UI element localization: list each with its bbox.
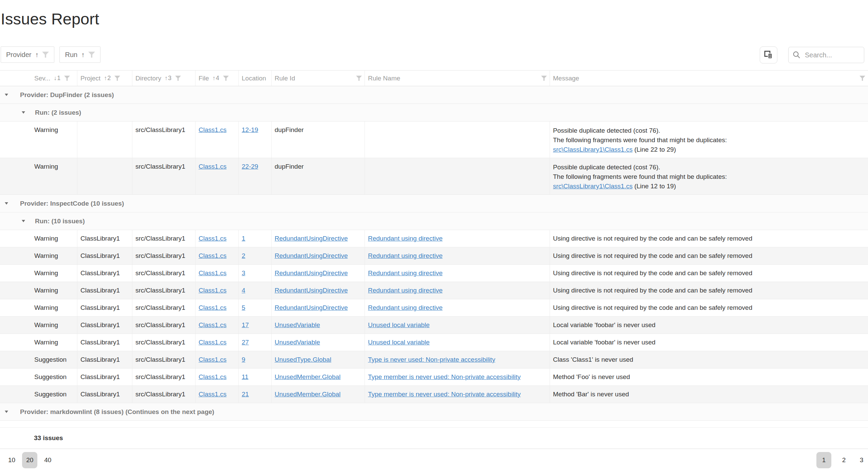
rule-name-link[interactable]: Redundant using directive [368, 304, 443, 311]
group-expand-icon[interactable] [22, 111, 25, 114]
rule-id-link[interactable]: RedundantUsingDirective [275, 235, 348, 242]
header-filter-icon[interactable] [175, 76, 181, 81]
group-expand-icon[interactable] [5, 411, 8, 413]
column-header-directory[interactable]: Directory↑3 [132, 71, 196, 86]
location-link[interactable]: 21 [242, 391, 249, 398]
file-link[interactable]: Class1.cs [199, 269, 226, 277]
group-expand-icon[interactable] [5, 94, 8, 96]
directory-cell: src/ClassLibrary1 [132, 334, 196, 351]
page-size-20[interactable]: 20 [22, 452, 37, 468]
filter-icon[interactable] [88, 52, 95, 58]
location-link[interactable]: 9 [242, 356, 245, 363]
file-link[interactable]: Class1.cs [199, 391, 226, 398]
file-link[interactable]: Class1.cs [199, 321, 226, 328]
rule-name-link[interactable]: Redundant using directive [368, 252, 443, 259]
project-cell: ClassLibrary1 [77, 334, 132, 351]
group-chip-run[interactable]: Run↑ [59, 46, 100, 63]
location-link[interactable]: 4 [242, 287, 245, 294]
rule-id-link[interactable]: UnusedType.Global [275, 356, 331, 363]
rule-name-cell: Type is never used: Non-private accessib… [365, 351, 550, 368]
group-row[interactable]: Run: (2 issues) [0, 104, 868, 121]
column-header-rule-name[interactable]: Rule Name [365, 71, 550, 86]
rule-id-link[interactable]: RedundantUsingDirective [275, 252, 348, 259]
duplicate-file-link[interactable]: src\ClassLibrary1\Class1.cs [553, 183, 632, 190]
duplicate-file-link[interactable]: src\ClassLibrary1\Class1.cs [553, 146, 632, 153]
header-filter-icon[interactable] [223, 76, 229, 81]
group-row[interactable]: Provider: DupFinder (2 issues) [0, 86, 868, 104]
column-header-location[interactable]: Location [239, 71, 272, 86]
rule-id-link[interactable]: RedundantUsingDirective [275, 269, 348, 277]
column-header-sev[interactable]: Sev...↓1 [0, 71, 77, 86]
page-size-10[interactable]: 10 [6, 452, 17, 468]
column-header-message[interactable]: Message [550, 71, 868, 86]
location-link[interactable]: 3 [242, 269, 245, 277]
file-link[interactable]: Class1.cs [199, 163, 226, 170]
location-link[interactable]: 27 [242, 339, 249, 346]
column-header-project[interactable]: Project↑2 [77, 71, 132, 86]
page-number-2[interactable]: 2 [839, 452, 849, 468]
page-number-1[interactable]: 1 [816, 452, 831, 468]
header-filter-icon[interactable] [64, 76, 70, 81]
rule-id-cell: UnusedVariable [272, 317, 365, 334]
location-link[interactable]: 2 [242, 252, 245, 259]
group-row[interactable]: Provider: InspectCode (10 issues) [0, 195, 868, 212]
column-header-label: Rule Id [275, 75, 295, 82]
rule-id-link[interactable]: RedundantUsingDirective [275, 287, 348, 294]
rule-name-link[interactable]: Type member is never used: Non-private a… [368, 391, 521, 398]
file-link[interactable]: Class1.cs [199, 339, 226, 346]
location-link[interactable]: 17 [242, 321, 249, 328]
column-header-rule-id[interactable]: Rule Id [272, 71, 365, 86]
header-filter-icon[interactable] [114, 76, 120, 81]
location-cell: 4 [239, 282, 272, 299]
column-chooser-button[interactable] [760, 46, 777, 63]
issues-grid: Sev...↓1Project↑2Directory↑3File↑4Locati… [0, 70, 868, 449]
rule-name-cell: Unused local variable [365, 334, 550, 351]
column-header-file[interactable]: File↑4 [196, 71, 239, 86]
header-filter-icon[interactable] [541, 76, 547, 81]
rule-id-link[interactable]: UnusedMember.Global [275, 373, 340, 380]
file-link[interactable]: Class1.cs [199, 235, 226, 242]
file-link[interactable]: Class1.cs [199, 252, 226, 259]
file-link[interactable]: Class1.cs [199, 304, 226, 311]
header-filter-icon[interactable] [356, 76, 362, 81]
group-expand-icon[interactable] [5, 202, 8, 205]
rule-id-link[interactable]: RedundantUsingDirective [275, 304, 348, 311]
column-header-label: Message [553, 75, 579, 82]
group-expand-icon[interactable] [22, 220, 25, 222]
file-cell: Class1.cs [196, 282, 239, 299]
location-link[interactable]: 11 [242, 373, 248, 380]
group-chip-provider[interactable]: Provider↑ [1, 46, 54, 63]
rule-id-link[interactable]: UnusedMember.Global [275, 391, 340, 398]
search-input[interactable] [805, 51, 856, 59]
rule-name-link[interactable]: Type is never used: Non-private accessib… [368, 356, 495, 363]
message-line: Possible duplicate detected (cost 76). [553, 126, 865, 135]
file-link[interactable]: Class1.cs [199, 373, 226, 380]
file-link[interactable]: Class1.cs [199, 126, 226, 133]
page-size-40[interactable]: 40 [42, 452, 53, 468]
group-row-label: Run: (2 issues) [35, 109, 81, 116]
column-header-label: Rule Name [368, 75, 400, 82]
rule-name-link[interactable]: Redundant using directive [368, 287, 443, 294]
rule-name-link[interactable]: Redundant using directive [368, 235, 443, 242]
severity-cell: Warning [0, 299, 77, 316]
rule-id-link[interactable]: UnusedVariable [275, 321, 320, 328]
location-link[interactable]: 5 [242, 304, 245, 311]
location-link[interactable]: 1 [242, 235, 245, 242]
location-cell: 9 [239, 351, 272, 368]
file-link[interactable]: Class1.cs [199, 356, 226, 363]
group-row[interactable]: Run: (10 issues) [0, 212, 868, 230]
header-filter-icon[interactable] [860, 76, 865, 81]
group-row[interactable]: Provider: markdownlint (8 issues) (Conti… [0, 403, 868, 421]
rule-name-link[interactable]: Unused local variable [368, 321, 430, 328]
message-line: The following fragments were found that … [553, 135, 865, 145]
rule-name-link[interactable]: Type member is never used: Non-private a… [368, 373, 521, 380]
rule-id-link[interactable]: UnusedVariable [275, 339, 320, 346]
location-link[interactable]: 22-29 [242, 163, 258, 170]
file-link[interactable]: Class1.cs [199, 287, 226, 294]
location-link[interactable]: 12-19 [242, 126, 258, 133]
page-number-3[interactable]: 3 [856, 452, 867, 468]
rule-name-link[interactable]: Redundant using directive [368, 269, 443, 277]
rule-name-link[interactable]: Unused local variable [368, 339, 430, 346]
filter-icon[interactable] [42, 52, 49, 58]
table-row: WarningClassLibrary1src/ClassLibrary1Cla… [0, 230, 868, 247]
